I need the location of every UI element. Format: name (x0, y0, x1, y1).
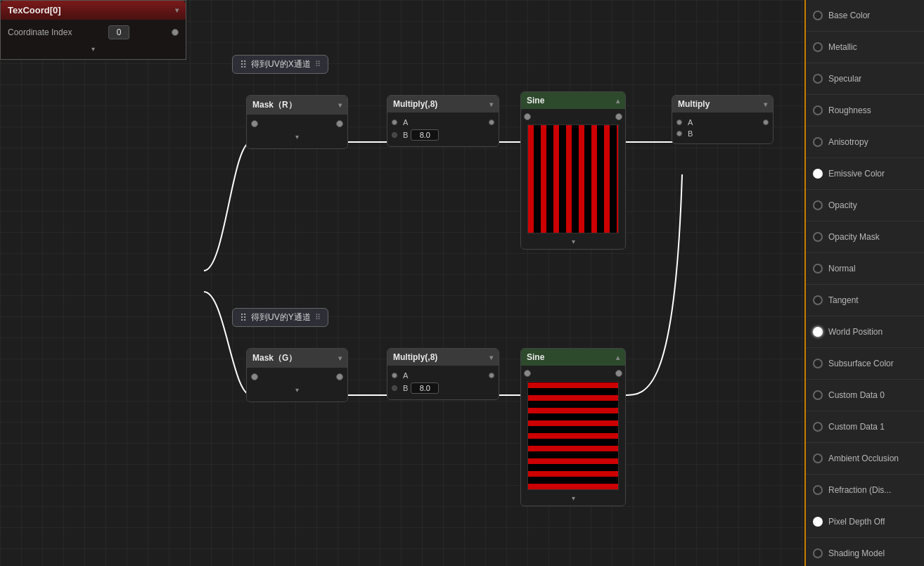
multiply-bottom-header[interactable]: Multiply(,8) ▾ (387, 349, 499, 366)
multiply-bottom-body: A B (387, 366, 499, 399)
mask-g-pin-row (251, 372, 343, 382)
sine-top-collapse[interactable]: ▾ (572, 238, 575, 245)
sine-top-body: ▾ (521, 109, 625, 249)
panel-item-metallic[interactable]: Metallic (806, 32, 924, 63)
sine-bottom-header[interactable]: Sine ▴ (521, 349, 625, 366)
panel-dot-metallic (813, 42, 823, 52)
panel-label-opacity: Opacity (828, 200, 857, 210)
panel-dot-world-position (813, 327, 823, 337)
multiply-top-output-pin (489, 120, 494, 125)
grip-icon-y: ⠿ (240, 312, 247, 323)
panel-item-specular[interactable]: Specular (806, 63, 924, 95)
sine-bottom-body: ▾ (521, 366, 625, 506)
panel-item-opacity[interactable]: Opacity (806, 190, 924, 221)
panel-item-anisotropy[interactable]: Anisotropy (806, 127, 924, 158)
multiply-final-header[interactable]: Multiply ▾ (672, 96, 773, 112)
panel-dot-emissive-color (813, 169, 823, 179)
multiply-bottom-title: Multiply(,8) (393, 352, 437, 362)
mask-g-collapse[interactable]: ▾ (295, 386, 299, 394)
texcoord-body: Coordinate Index ▾ (1, 20, 186, 59)
multiply-bottom-b-label: B (403, 384, 408, 392)
multiply-final-chevron[interactable]: ▾ (764, 101, 767, 108)
panel-dot-roughness (813, 105, 823, 115)
panel-item-roughness[interactable]: Roughness (806, 95, 924, 127)
mask-g-title: Mask（G） (252, 352, 297, 364)
panel-dot-shading-model (813, 548, 823, 558)
panel-dot-refraction (813, 485, 823, 495)
canvas-area[interactable]: ⠿ 得到UV的X通道 ⠿ ⠿ 得到UV的Y通道 ⠿ TexCoord[0] ▾ … (0, 0, 804, 566)
coord-index-input[interactable] (108, 25, 129, 39)
multiply-top-header[interactable]: Multiply(,8) ▾ (387, 96, 499, 112)
mask-r-node: Mask（R） ▾ ▾ (246, 95, 348, 149)
panel-label-normal: Normal (828, 264, 856, 274)
sine-bottom-node: Sine ▴ ▾ (520, 348, 626, 506)
panel-dot-pixel-depth-off (813, 517, 823, 527)
panel-dot-custom-data-1 (813, 422, 823, 432)
sine-top-output-pin (615, 113, 622, 120)
panel-label-opacity-mask: Opacity Mask (828, 232, 880, 242)
mask-g-chevron[interactable]: ▾ (338, 354, 342, 362)
mask-r-header[interactable]: Mask（R） ▾ (247, 96, 347, 115)
panel-item-shading-model[interactable]: Shading Model (806, 538, 924, 566)
comment-bubble-x: ⠿ 得到UV的X通道 ⠿ (232, 55, 328, 74)
panel-item-custom-data-0[interactable]: Custom Data 0 (806, 380, 924, 411)
panel-item-world-position[interactable]: World Position (806, 316, 924, 348)
multiply-bottom-chevron[interactable]: ▾ (489, 354, 493, 361)
panel-item-normal[interactable]: Normal (806, 253, 924, 285)
panel-item-refraction[interactable]: Refraction (Dis... (806, 475, 924, 506)
panel-dot-subsurface-color (813, 359, 823, 368)
sine-bottom-title: Sine (527, 352, 544, 362)
panel-item-opacity-mask[interactable]: Opacity Mask (806, 221, 924, 253)
panel-item-pixel-depth-off[interactable]: Pixel Depth Off (806, 506, 924, 538)
comment-resize-y[interactable]: ⠿ (315, 313, 321, 322)
panel-item-base-color[interactable]: Base Color (806, 0, 924, 32)
mask-g-output-pin (336, 373, 343, 380)
panel-item-emissive-color[interactable]: Emissive Color (806, 158, 924, 190)
panel-label-base-color: Base Color (828, 11, 870, 20)
panel-item-subsurface-color[interactable]: Subsurface Color (806, 348, 924, 380)
sine-top-title: Sine (527, 96, 544, 105)
sine-top-chevron-up[interactable]: ▴ (616, 97, 620, 105)
multiply-bottom-node: Multiply(,8) ▾ A B (387, 348, 499, 400)
multiply-top-a-label: A (403, 118, 408, 127)
panel-dot-tangent (813, 295, 823, 305)
multiply-top-b-input[interactable] (411, 129, 439, 141)
panel-label-ambient-occlusion: Ambient Occlusion (828, 454, 899, 463)
comment-bubble-y: ⠿ 得到UV的Y通道 ⠿ (232, 308, 328, 327)
panel-item-custom-data-1[interactable]: Custom Data 1 (806, 411, 924, 443)
multiply-final-title: Multiply (678, 99, 710, 109)
panel-item-tangent[interactable]: Tangent (806, 285, 924, 316)
panel-label-tangent: Tangent (828, 295, 859, 305)
panel-label-specular: Specular (828, 74, 861, 84)
mask-r-body: ▾ (247, 115, 347, 148)
multiply-bottom-b-input[interactable] (411, 382, 439, 394)
multiply-bottom-a-label: A (403, 371, 408, 380)
multiply-top-chevron[interactable]: ▾ (489, 101, 493, 108)
mask-r-collapse[interactable]: ▾ (295, 133, 299, 141)
mask-g-header[interactable]: Mask（G） ▾ (247, 349, 347, 368)
panel-dot-opacity (813, 200, 823, 210)
comment-resize-x[interactable]: ⠿ (315, 60, 321, 69)
sine-top-header[interactable]: Sine ▴ (521, 92, 625, 109)
sine-bottom-collapse[interactable]: ▾ (572, 494, 575, 502)
panel-label-subsurface-color: Subsurface Color (828, 359, 894, 368)
texcoord-header[interactable]: TexCoord[0] ▾ (1, 1, 186, 20)
panel-dot-normal (813, 264, 823, 274)
sine-bottom-chevron-up[interactable]: ▴ (616, 354, 620, 361)
panel-item-ambient-occlusion[interactable]: Ambient Occlusion (806, 443, 924, 475)
texcoord-collapse-chevron[interactable]: ▾ (91, 45, 95, 53)
mask-r-chevron[interactable]: ▾ (338, 101, 342, 109)
multiply-top-b-label: B (403, 131, 408, 139)
panel-label-metallic: Metallic (828, 42, 857, 52)
sine-top-pin-row (524, 112, 622, 122)
panel-dot-opacity-mask (813, 232, 823, 242)
comment-text-x: 得到UV的X通道 (251, 58, 311, 70)
mask-g-input-pin (251, 373, 258, 380)
panel-label-custom-data-0: Custom Data 0 (828, 390, 885, 400)
texcoord-chevron[interactable]: ▾ (175, 6, 179, 14)
multiply-final-b-label: B (688, 129, 693, 138)
sine-bottom-output-pin (615, 370, 622, 377)
multiply-bottom-a-pin (392, 373, 397, 378)
texcoord-title: TexCoord[0] (8, 5, 61, 15)
panel-label-shading-model: Shading Model (828, 548, 885, 558)
